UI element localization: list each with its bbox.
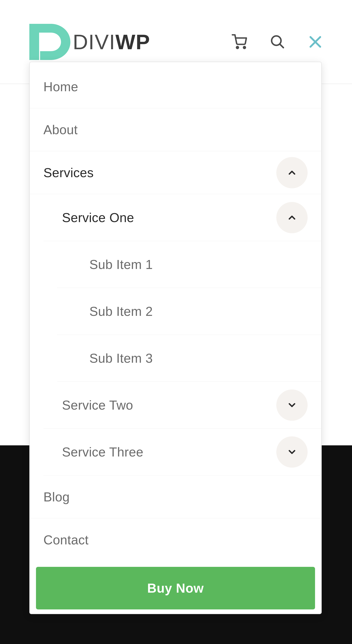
menu-label: Service Two <box>62 398 133 412</box>
menu-item-services[interactable]: Services <box>30 151 321 194</box>
menu-label: Home <box>43 79 78 94</box>
svg-point-0 <box>236 46 238 48</box>
menu-item-about[interactable]: About <box>30 108 321 151</box>
chevron-up-icon[interactable] <box>276 202 308 233</box>
menu-label: Sub Item 2 <box>89 304 153 319</box>
menu-label: Services <box>43 165 94 180</box>
chevron-down-icon[interactable] <box>276 436 308 468</box>
menu-label: Sub Item 1 <box>89 257 153 272</box>
cart-icon[interactable] <box>232 34 247 50</box>
menu-item-service-three[interactable]: Service Three <box>43 428 321 476</box>
menu-item-home[interactable]: Home <box>30 65 321 108</box>
menu-item-contact[interactable]: Contact <box>30 518 321 562</box>
logo-d-icon <box>29 24 70 60</box>
close-icon[interactable] <box>308 34 323 49</box>
menu-label: Service Three <box>62 444 143 460</box>
menu-item-service-one[interactable]: Service One <box>43 194 321 241</box>
logo-text: DIVIWP <box>73 30 150 54</box>
menu-item-sub-3[interactable]: Sub Item 3 <box>57 335 321 382</box>
chevron-down-icon[interactable] <box>276 390 308 421</box>
menu-item-service-two[interactable]: Service Two <box>43 382 321 428</box>
page-wrapper: DIVIWP <box>0 0 352 644</box>
chevron-up-icon[interactable] <box>276 157 308 188</box>
menu-label: Blog <box>43 490 70 504</box>
svg-line-3 <box>280 44 283 48</box>
buy-button-wrapper: Buy Now <box>30 562 321 610</box>
logo[interactable]: DIVIWP <box>29 24 150 60</box>
menu-label: Contact <box>43 532 89 547</box>
menu-label: About <box>43 122 78 137</box>
menu-item-blog[interactable]: Blog <box>30 476 321 518</box>
menu-item-sub-1[interactable]: Sub Item 1 <box>57 241 321 288</box>
buy-now-button[interactable]: Buy Now <box>36 567 315 610</box>
search-icon[interactable] <box>270 35 285 49</box>
menu-item-sub-2[interactable]: Sub Item 2 <box>57 288 321 335</box>
submenu-service-one: Sub Item 1 Sub Item 2 Sub Item 3 <box>57 241 321 382</box>
buy-button-label: Buy Now <box>147 581 204 596</box>
mobile-menu: Home About Services Service One <box>29 62 322 614</box>
submenu-services: Service One Sub Item 1 Sub Item 2 Sub It… <box>43 194 321 476</box>
header-icons <box>232 34 323 50</box>
menu-label: Service One <box>62 210 134 225</box>
menu-label: Sub Item 3 <box>89 351 153 366</box>
svg-point-1 <box>243 46 245 48</box>
